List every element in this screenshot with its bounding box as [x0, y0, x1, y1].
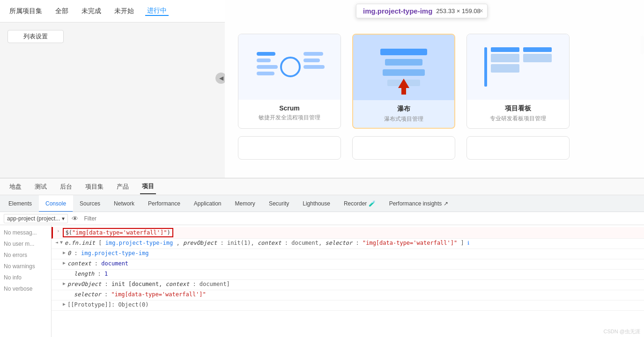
devtools-tab-bar: Elements Console Sources Network Perform…: [0, 195, 644, 212]
nav-project[interactable]: 项目: [140, 179, 156, 194]
sidebar-no-verbose: No verbose: [4, 283, 47, 294]
console-output: › $("img[data-type='waterfall']") ◄ ▼ e.…: [52, 225, 644, 337]
console-sidebar: No messag... No user m... No errors No w…: [0, 225, 52, 337]
console-toolbar: app-project (project... ▾ 👁: [0, 212, 644, 225]
console-sub-line-context[interactable]: ▶ context : document: [52, 259, 644, 270]
console-prompt: ›: [57, 228, 60, 234]
sidebar-no-info: No info: [4, 272, 47, 283]
bottom-card-1[interactable]: [238, 136, 341, 160]
waterfall-card[interactable]: 瀑布 瀑布式项目管理: [352, 34, 455, 129]
sub-expand-0[interactable]: ▶: [63, 250, 66, 255]
svg-rect-1: [401, 88, 406, 95]
filter-not-started[interactable]: 未开始: [112, 7, 136, 15]
scrum-subtitle: 敏捷开发全流程项目管理: [244, 114, 335, 122]
kanban-card-image: [467, 34, 569, 100]
kanban-card[interactable]: 项目看板 专业研发看板项目管理: [466, 34, 570, 129]
console-sub-line-length: length : 1: [52, 270, 644, 280]
kanban-title: 项目看板: [473, 104, 563, 113]
scrum-card[interactable]: Scrum 敏捷开发全流程项目管理: [238, 34, 341, 129]
nav-backend[interactable]: 后台: [58, 180, 74, 194]
console-input-line: › $("img[data-type='waterfall']"): [52, 227, 644, 239]
modal-overlay: img.project-type-img 253.33 × 159.08 ×: [225, 0, 644, 178]
tab-security[interactable]: Security: [262, 195, 296, 212]
sidebar-stub: 所属项目集 全部 未完成 未开始 进行中 列表设置 ◀: [0, 0, 225, 178]
console-output-main: e.fn.init [ img.project-type-img , prevO…: [65, 240, 469, 246]
element-tooltip: img.project-type-img 253.33 × 159.08 ×: [356, 4, 488, 18]
waterfall-subtitle: 瀑布式项目管理: [359, 115, 449, 123]
sub-expand-context[interactable]: ▶: [63, 260, 66, 265]
sub-expand-proto[interactable]: ▶: [63, 301, 66, 307]
expand-down-arrow[interactable]: ▼: [60, 240, 63, 245]
bottom-card-3[interactable]: [466, 136, 570, 160]
eye-icon[interactable]: 👁: [72, 215, 78, 222]
console-sub-line-selector: selector : "img[data-type='waterfall']": [52, 290, 644, 300]
filter-all[interactable]: 全部: [53, 7, 70, 15]
project-type-cards: Scrum 敏捷开发全流程项目管理: [225, 19, 644, 136]
sidebar-no-messages: No messag...: [4, 227, 47, 238]
nav-dashboard[interactable]: 地盘: [7, 180, 23, 194]
console-sub-line-proto[interactable]: ▶ [[Prototype]]: Object(0): [52, 300, 644, 311]
csdn-watermark: CSDN @虫无涯: [604, 328, 640, 335]
red-arrow-indicator: [394, 78, 413, 96]
console-sub-code-length: length : 1: [74, 271, 108, 277]
console-sub-code-context: context : document: [67, 260, 128, 267]
expand-left-arrow[interactable]: ◄: [55, 240, 58, 245]
console-sub-line-0[interactable]: ▶ 0 : img.project-type-img: [52, 249, 644, 259]
sub-expand-prevobj[interactable]: ▶: [63, 281, 66, 286]
bottom-cards-row: [225, 136, 644, 160]
console-sub-code-proto: [[Prototype]]: Object(0): [67, 301, 148, 308]
tab-performance[interactable]: Performance: [141, 195, 187, 212]
context-label: app-project (project...: [7, 215, 60, 222]
scrum-card-info: Scrum 敏捷开发全流程项目管理: [238, 100, 341, 126]
scrum-illustration: [252, 44, 327, 90]
console-sub-line-prevobj[interactable]: ▶ prevObject : init [document, context :…: [52, 280, 644, 290]
context-selector[interactable]: app-project (project... ▾: [4, 214, 68, 223]
tab-lighthouse[interactable]: Lighthouse: [296, 195, 337, 212]
console-sub-code-prevobj: prevObject : init [document, context : d…: [67, 281, 230, 287]
tab-memory[interactable]: Memory: [229, 195, 262, 212]
filter-in-progress[interactable]: 进行中: [145, 7, 169, 16]
tooltip-dimensions: 253.33 × 159.08: [436, 7, 480, 15]
console-sub-code-selector: selector : "img[data-type='waterfall']": [74, 291, 206, 298]
kanban-card-info: 项目看板 专业研发看板项目管理: [467, 100, 569, 127]
nav-project-set[interactable]: 项目集: [83, 180, 105, 194]
app-nav-bar: 地盘 测试 后台 项目集 产品 项目: [0, 178, 644, 195]
nav-product[interactable]: 产品: [115, 180, 131, 194]
info-badge[interactable]: ℹ: [467, 240, 469, 246]
console-main: No messag... No user m... No errors No w…: [0, 225, 644, 337]
console-filter-input[interactable]: [82, 214, 640, 223]
tab-console[interactable]: Console: [39, 195, 73, 212]
filter-incomplete[interactable]: 未完成: [80, 7, 103, 15]
sidebar-no-errors: No errors: [4, 249, 47, 261]
waterfall-card-info: 瀑布 瀑布式项目管理: [353, 100, 454, 128]
waterfall-title: 瀑布: [359, 105, 449, 113]
tab-elements[interactable]: Elements: [2, 195, 39, 212]
kanban-illustration: [481, 44, 555, 90]
tooltip-class: img.project-type-img: [363, 7, 432, 15]
sidebar-no-warnings: No warnings: [4, 261, 47, 272]
console-input-code: $("img[data-type='waterfall']"): [63, 228, 173, 237]
waterfall-card-image: [353, 35, 454, 100]
bottom-card-2[interactable]: [352, 136, 455, 160]
sidebar-nav: 所属项目集 全部 未完成 未开始 进行中: [0, 0, 225, 22]
context-dropdown-icon: ▾: [62, 215, 65, 222]
table-area: 列表设置: [0, 22, 225, 51]
scrum-card-image: [238, 34, 341, 100]
nav-test[interactable]: 测试: [33, 180, 49, 194]
belongs-label: 所属项目集: [7, 7, 44, 15]
column-setting-button[interactable]: 列表设置: [7, 30, 64, 43]
tab-performance-insights[interactable]: Performance insights ↗: [383, 195, 455, 212]
input-code-highlighted: $("img[data-type='waterfall']"): [63, 228, 173, 237]
console-sub-code-0: 0 : img.project-type-img: [67, 250, 148, 256]
tab-recorder[interactable]: Recorder 🧪: [337, 195, 383, 212]
console-output-expand[interactable]: ◄ ▼ e.fn.init [ img.project-type-img , p…: [52, 239, 644, 249]
sidebar-no-user: No user m...: [4, 238, 47, 249]
tab-application[interactable]: Application: [187, 195, 229, 212]
devtools-panel: 地盘 测试 后台 项目集 产品 项目 Elements Console Sour…: [0, 178, 644, 337]
tab-sources[interactable]: Sources: [73, 195, 107, 212]
app-area: 所属项目集 全部 未完成 未开始 进行中 列表设置 ◀ img.project-…: [0, 0, 644, 178]
tab-network[interactable]: Network: [107, 195, 141, 212]
kanban-subtitle: 专业研发看板项目管理: [473, 115, 563, 123]
scrum-title: Scrum: [244, 104, 335, 112]
tooltip-close-button[interactable]: ×: [480, 7, 483, 15]
